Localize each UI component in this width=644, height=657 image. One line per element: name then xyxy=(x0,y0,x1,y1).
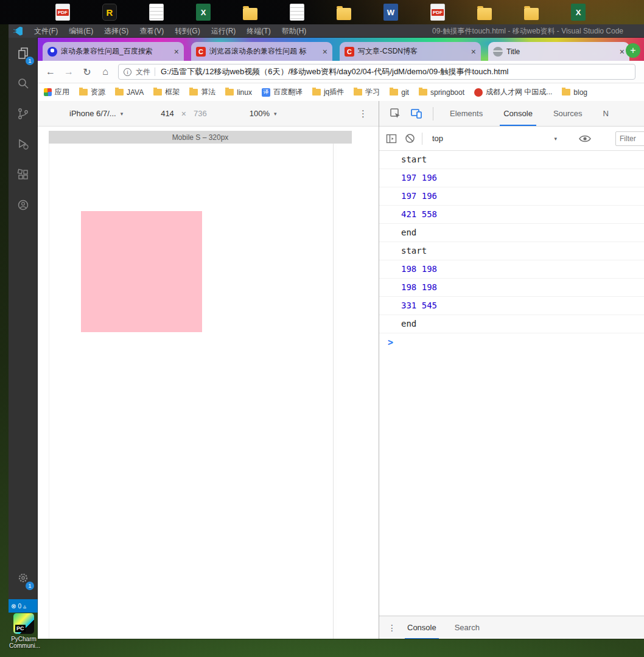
folder-icon xyxy=(337,8,351,20)
new-tab-button[interactable]: + xyxy=(626,43,640,58)
create-live-expression-button[interactable] xyxy=(579,134,591,143)
account-button[interactable] xyxy=(9,190,38,220)
desktop-icon-pycharm[interactable]: PC PyCharm Communi... xyxy=(9,613,38,649)
desktop-icon[interactable]: PDF xyxy=(429,2,447,22)
drawer-menu-icon[interactable]: ⋮ xyxy=(388,623,396,633)
browser-tab-baidu[interactable]: 滚动条兼容性问题_百度搜索 × xyxy=(43,42,184,61)
menu-file[interactable]: 文件(F) xyxy=(34,26,58,36)
responsive-ruler[interactable]: Mobile S – 320px xyxy=(49,131,352,144)
console-sidebar-toggle[interactable] xyxy=(385,133,397,144)
inspect-element-button[interactable] xyxy=(385,108,406,120)
tab-close-icon[interactable]: × xyxy=(323,47,327,56)
tab-elements[interactable]: Elements xyxy=(450,101,483,127)
forward-button[interactable]: → xyxy=(60,66,78,77)
pycharm-pc-glyph: PC xyxy=(15,625,26,632)
menu-view[interactable]: 查看(V) xyxy=(139,26,164,36)
tab-close-icon[interactable]: × xyxy=(174,47,179,56)
desktop-icon[interactable] xyxy=(522,2,541,22)
desktop-icon[interactable] xyxy=(241,2,259,22)
folder-icon xyxy=(225,89,234,96)
tab-network-truncated[interactable]: N xyxy=(603,101,609,127)
manage-button[interactable]: 1 xyxy=(9,563,38,593)
folder-icon xyxy=(243,8,257,20)
menu-terminal[interactable]: 终端(T) xyxy=(247,26,270,36)
device-toolbar-toggle[interactable] xyxy=(406,108,427,120)
bookmark-label: 资源 xyxy=(91,87,105,97)
bookmark-jobsite[interactable]: 成都人才网 中国成... xyxy=(474,87,552,97)
device-height-field[interactable]: 736 xyxy=(194,109,207,118)
back-button[interactable]: ← xyxy=(41,66,60,77)
dimensions-times-icon: × xyxy=(181,109,186,119)
menu-selection[interactable]: 选择(S) xyxy=(104,26,128,36)
desktop-icon[interactable]: X xyxy=(569,2,587,22)
bookmark-item[interactable]: 框架 xyxy=(153,87,180,97)
console-prompt[interactable]: > xyxy=(379,333,644,352)
javascript-context-select[interactable]: top ▾ xyxy=(432,134,557,143)
device-select[interactable]: iPhone 6/7/... ▾ xyxy=(69,109,123,118)
drawer-tab-console[interactable]: Console xyxy=(407,616,436,639)
browser-tab-csdn-question[interactable]: C 浏览器滚动条的兼容性问题 标 × xyxy=(191,42,332,61)
bookmark-translate[interactable]: 译百度翻译 xyxy=(262,87,303,97)
context-value: top xyxy=(432,134,443,143)
desktop-icon[interactable] xyxy=(288,2,306,22)
folder-icon xyxy=(354,89,362,96)
bookmark-item[interactable]: springboot xyxy=(419,88,464,97)
desktop-icon[interactable]: PDF xyxy=(54,2,72,22)
console-filter-input[interactable] xyxy=(615,131,644,146)
bookmark-item[interactable]: jq插件 xyxy=(312,87,344,97)
desktop-icon[interactable]: W xyxy=(382,2,400,22)
bookmark-item[interactable]: 学习 xyxy=(354,87,380,97)
chrome-tabstrip: 滚动条兼容性问题_百度搜索 × C 浏览器滚动条的兼容性问题 标 × C 写文章… xyxy=(38,38,644,61)
address-bar[interactable]: i 文件 G:/迅雷下载/12移动web视频（6天）/移动web资料/day02… xyxy=(118,64,635,80)
bookmark-item[interactable]: blog xyxy=(562,88,587,97)
touch-target-square[interactable] xyxy=(81,211,202,332)
vscode-statusbar[interactable]: ⊗ 0 ▵ xyxy=(9,599,38,613)
browser-tab-title-active[interactable]: Title × xyxy=(488,42,629,61)
desktop-icon[interactable]: X xyxy=(194,2,212,22)
menu-edit[interactable]: 编辑(E) xyxy=(69,26,93,36)
menu-help[interactable]: 帮助(H) xyxy=(282,26,307,36)
bookmark-item[interactable]: 算法 xyxy=(189,87,215,97)
search-button[interactable] xyxy=(9,68,38,99)
sidebar-icon xyxy=(386,133,397,144)
tab-close-icon[interactable]: × xyxy=(471,47,476,56)
run-debug-button[interactable] xyxy=(9,129,38,159)
more-options-icon[interactable]: ⋮ xyxy=(359,108,368,119)
toolbar-separator xyxy=(422,133,422,145)
page-info-icon[interactable]: i xyxy=(124,68,131,76)
bookmark-item[interactable]: JAVA xyxy=(115,88,144,97)
bookmark-apps[interactable]: 应用 xyxy=(44,87,69,97)
bookmark-item[interactable]: 资源 xyxy=(79,87,105,97)
explorer-button[interactable]: 1 xyxy=(9,38,38,68)
extensions-button[interactable] xyxy=(9,159,38,190)
desktop-icon[interactable] xyxy=(475,2,494,22)
desktop-icon[interactable] xyxy=(335,2,353,22)
pycharm-label-line1: PyCharm xyxy=(9,636,38,642)
tab-close-icon[interactable]: × xyxy=(620,47,625,56)
reload-button[interactable]: ↻ xyxy=(78,66,96,78)
bookmarks-bar: 应用 资源 JAVA 框架 算法 linux 译百度翻译 jq插件 学习 git… xyxy=(38,83,644,102)
desktop-icon[interactable] xyxy=(147,2,166,22)
clear-console-button[interactable] xyxy=(404,133,416,144)
tab-sources[interactable]: Sources xyxy=(553,101,583,127)
tab-title: 浏览器滚动条的兼容性问题 标 xyxy=(209,46,319,57)
home-button[interactable]: ⌂ xyxy=(96,66,114,77)
browser-tab-csdn-write[interactable]: C 写文章-CSDN博客 × xyxy=(340,42,481,61)
device-width-field[interactable]: 414 xyxy=(161,109,174,118)
drawer-tab-search[interactable]: Search xyxy=(455,616,480,639)
icon-glyph: PDF xyxy=(57,9,69,16)
tab-console[interactable]: Console xyxy=(503,101,533,127)
desktop-icon[interactable]: R xyxy=(100,2,119,22)
warnings-icon: ▵ xyxy=(23,603,26,610)
tab-title: 滚动条兼容性问题_百度搜索 xyxy=(61,46,170,57)
icon-glyph: R xyxy=(107,7,113,18)
ruler-label: Mobile S – 320px xyxy=(172,133,229,142)
menu-run[interactable]: 运行(R) xyxy=(211,26,236,36)
bookmark-item[interactable]: git xyxy=(390,88,409,97)
console-message: start xyxy=(379,151,644,169)
source-control-button[interactable] xyxy=(9,99,38,129)
menu-go[interactable]: 转到(G) xyxy=(175,26,200,36)
zoom-select[interactable]: 100% ▾ xyxy=(250,109,277,118)
bookmark-item[interactable]: linux xyxy=(225,88,252,97)
console-message: 198 198 xyxy=(379,260,644,279)
